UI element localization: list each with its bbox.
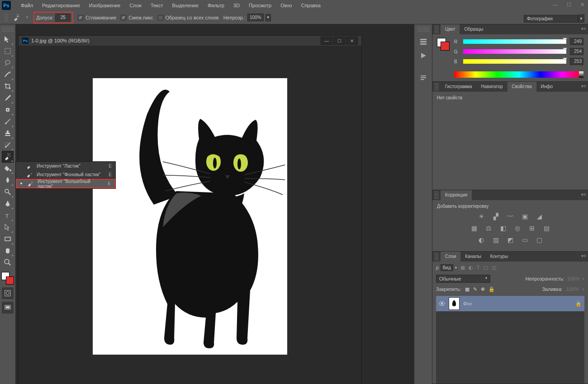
color-swatch[interactable] — [437, 38, 450, 51]
tab-navigator[interactable]: Навигатор — [477, 82, 507, 92]
panel-menu-icon[interactable]: ▾≡ — [581, 253, 586, 258]
filter-smart-icon[interactable]: ◫ — [492, 265, 496, 271]
tab-histogram[interactable]: Гистограмма — [441, 82, 477, 92]
quick-mask-icon[interactable] — [2, 287, 14, 299]
b-slider[interactable]: B253 — [454, 58, 583, 65]
paragraph-panel-icon[interactable] — [416, 72, 431, 84]
all-layers-checkbox[interactable]: Образец со всех слоев — [158, 15, 219, 20]
maximize-icon[interactable]: ☐ — [567, 2, 571, 8]
close-icon[interactable]: ✕ — [580, 2, 584, 8]
crop-tool[interactable] — [2, 80, 14, 92]
healing-tool[interactable] — [2, 104, 14, 116]
layer-row[interactable]: Фон 🔒 — [436, 296, 584, 311]
shape-tool[interactable] — [2, 233, 14, 245]
tab-layers[interactable]: Слои — [441, 252, 460, 262]
tolerance-field[interactable]: Допуск: — [33, 12, 73, 23]
tab-paths[interactable]: Контуры — [486, 252, 512, 262]
text-tool[interactable]: T — [2, 210, 14, 221]
r-slider[interactable]: R249 — [454, 38, 583, 45]
brightness-icon[interactable]: ☀ — [476, 212, 486, 220]
photo-filter-icon[interactable]: ◎ — [512, 224, 522, 232]
panel-menu-icon[interactable]: ▾≡ — [581, 26, 586, 31]
quick-select-tool[interactable] — [2, 69, 14, 80]
layer-name[interactable]: Фон — [463, 301, 572, 306]
threshold-icon[interactable]: ◩ — [505, 236, 515, 244]
dodge-tool[interactable] — [2, 186, 14, 198]
flyout-item-eraser[interactable]: Инструмент "Ластик" E — [16, 162, 115, 170]
doc-maximize-icon[interactable]: ☐ — [333, 37, 345, 45]
layer-thumbnail[interactable] — [449, 297, 460, 310]
levels-icon[interactable]: ▞ — [491, 212, 501, 220]
menu-image[interactable]: Изображение — [85, 0, 125, 11]
menu-text[interactable]: Текст — [146, 0, 168, 11]
eyedropper-tool[interactable] — [2, 92, 14, 104]
exposure-icon[interactable]: ▣ — [520, 212, 530, 220]
workspace-selector[interactable]: Фотография ▼ — [524, 14, 584, 23]
contiguous-checkbox[interactable]: Смеж.пикс — [121, 15, 153, 20]
doc-minimize-icon[interactable]: — — [321, 37, 332, 45]
menu-filter[interactable]: Фильтр — [203, 0, 229, 11]
color-swatch[interactable] — [1, 272, 14, 285]
blur-tool[interactable] — [2, 174, 14, 186]
color-spectrum[interactable] — [454, 71, 583, 78]
document-body[interactable] — [19, 46, 361, 384]
doc-close-icon[interactable]: ✕ — [346, 37, 358, 45]
gradient-map-icon[interactable]: ▭ — [520, 236, 530, 244]
magic-eraser-icon[interactable] — [13, 14, 21, 22]
eraser-tool[interactable] — [2, 151, 14, 163]
flyout-item-bg-eraser[interactable]: Инструмент "Фоновый ластик" E — [16, 170, 115, 179]
filter-kind-dropdown[interactable]: ρВид▾ — [436, 264, 457, 271]
visibility-icon[interactable] — [439, 300, 445, 307]
mixer-icon[interactable]: ⊞ — [527, 224, 537, 232]
blend-mode-dropdown[interactable]: Обычные ▾ — [436, 275, 490, 283]
menu-edit[interactable]: Редактирование — [38, 0, 85, 11]
flyout-item-magic-eraser[interactable]: Инструмент "Волшебный ластик" E — [16, 179, 115, 188]
chevron-down-icon[interactable]: ▼ — [266, 14, 271, 21]
fill-value[interactable]: 100% — [566, 286, 579, 292]
hand-tool[interactable] — [2, 245, 14, 257]
menu-layers[interactable]: Слои — [125, 0, 146, 11]
move-tool[interactable] — [2, 33, 14, 45]
filter-shape-icon[interactable]: ▢ — [484, 265, 488, 271]
layer-opacity-value[interactable]: 100% — [567, 276, 580, 281]
tolerance-input[interactable] — [55, 14, 71, 22]
marquee-tool[interactable] — [2, 45, 14, 57]
posterize-icon[interactable]: ▨ — [491, 236, 501, 244]
hue-icon[interactable]: ▦ — [469, 224, 479, 232]
tab-channels[interactable]: Каналы — [460, 252, 486, 262]
screen-mode-icon[interactable] — [2, 302, 14, 314]
bucket-tool[interactable] — [2, 163, 14, 174]
pen-tool[interactable] — [2, 198, 14, 210]
lock-move-icon[interactable]: ✥ — [481, 286, 485, 292]
history-brush-tool[interactable] — [2, 139, 14, 151]
menu-window[interactable]: Окно — [276, 0, 297, 11]
lock-brush-icon[interactable]: ✎ — [473, 286, 477, 292]
opacity-field[interactable]: Непрозр.: 100% ▼ — [223, 14, 271, 21]
menu-select[interactable]: Выделение — [168, 0, 203, 11]
zoom-tool[interactable] — [2, 257, 14, 268]
stamp-tool[interactable] — [2, 127, 14, 139]
actions-panel-icon[interactable] — [416, 50, 431, 61]
tab-swatches[interactable]: Образцы — [460, 24, 488, 34]
bw-icon[interactable]: ◧ — [498, 224, 508, 232]
panel-menu-icon[interactable]: ▾≡ — [581, 192, 586, 197]
menu-3d[interactable]: 3D — [229, 0, 244, 11]
document-titlebar[interactable]: Ps 1-0.jpg @ 100% (RGB/8#) — ☐ ✕ — [19, 36, 361, 46]
filter-text-icon[interactable]: T — [477, 265, 480, 270]
lock-pixels-icon[interactable]: ▩ — [465, 286, 469, 292]
lasso-tool[interactable] — [2, 57, 14, 69]
invert-icon[interactable]: ◐ — [476, 236, 486, 244]
panel-menu-icon[interactable]: ▾≡ — [581, 84, 586, 89]
tab-info[interactable]: Инфо — [536, 82, 558, 92]
path-select-tool[interactable] — [2, 221, 14, 233]
history-panel-icon[interactable] — [416, 36, 431, 48]
tab-properties[interactable]: Свойства — [507, 82, 536, 92]
tab-color[interactable]: Цвет — [441, 24, 460, 34]
minimize-icon[interactable]: — — [553, 2, 558, 8]
antialias-checkbox[interactable]: Сглаживание — [78, 15, 116, 20]
lock-all-icon[interactable]: 🔒 — [488, 286, 495, 292]
tab-adjustments[interactable]: Коррекция — [441, 190, 472, 200]
lookup-icon[interactable]: ▤ — [541, 224, 551, 232]
g-slider[interactable]: G254 — [454, 48, 583, 55]
menu-view[interactable]: Просмотр — [244, 0, 276, 11]
